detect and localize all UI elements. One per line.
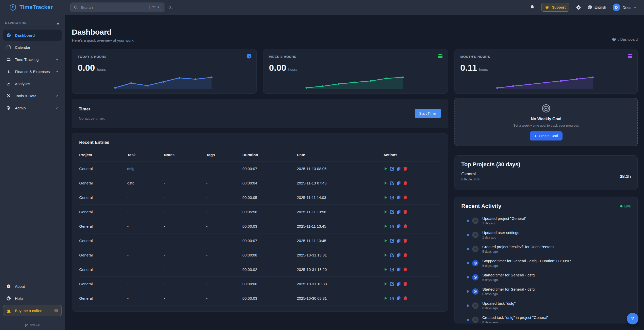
copy-entry-button[interactable] [397, 210, 401, 214]
search-box[interactable]: Ctrl+/ [70, 3, 164, 12]
row-actions [383, 239, 441, 243]
terminal-icon[interactable] [169, 5, 174, 10]
delete-entry-button[interactable] [403, 210, 407, 214]
sidebar-item-dashboard[interactable]: Dashboard [3, 30, 62, 41]
cell-task: dsfg [127, 181, 164, 185]
start-timer-button[interactable]: Start Timer [415, 109, 441, 118]
cell-notes: - [164, 267, 206, 272]
cell-project: General [79, 195, 127, 200]
delete-entry-button[interactable] [403, 181, 407, 185]
copy-entry-button[interactable] [397, 195, 401, 200]
sidebar-item-about[interactable]: i About [3, 281, 62, 292]
copy-entry-button[interactable] [397, 282, 401, 286]
cell-task: - [127, 253, 164, 257]
months-hours-sparkline [496, 74, 594, 90]
play-entry-button[interactable] [383, 267, 388, 272]
delete-entry-button[interactable] [403, 224, 407, 228]
sidebar-item-tools-data[interactable]: Tools & Data [3, 90, 62, 101]
delete-entry-button[interactable] [403, 167, 407, 171]
delete-entry-button[interactable] [403, 195, 407, 200]
activity-item: Created task "dsfg" in project "General"… [461, 313, 631, 323]
table-row: General - - - 00:00:03 2025-10-30 08:31 [79, 291, 441, 305]
delete-entry-button[interactable] [403, 239, 407, 243]
sidebar-item-help[interactable]: Help [3, 293, 62, 304]
cell-notes: - [164, 253, 206, 257]
play-entry-button[interactable] [383, 181, 388, 185]
language-selector[interactable]: English [588, 5, 606, 10]
user-menu[interactable]: D Dries [613, 4, 637, 11]
todays-hours-card: TODAY'S HOURS 0.00 hours [72, 49, 257, 94]
play-entry-button[interactable] [383, 210, 388, 214]
sidebar-item-time-tracking[interactable]: Time Tracking [3, 54, 62, 65]
play-entry-button[interactable] [383, 224, 388, 228]
cell-tags: - [206, 167, 242, 171]
cell-task: - [127, 224, 164, 228]
copy-entry-button[interactable] [397, 167, 401, 171]
copy-entry-button[interactable] [397, 224, 401, 228]
delete-entry-button[interactable] [403, 296, 407, 300]
help-button[interactable]: ? [627, 313, 638, 324]
sidebar-item-label: Admin [15, 106, 26, 110]
copy-entry-button[interactable] [397, 267, 401, 272]
edit-entry-button[interactable] [390, 296, 394, 300]
sidebar-item-calendar[interactable]: Calendar [3, 42, 62, 53]
project-hours: 38.1h [620, 174, 631, 179]
clock-icon [246, 53, 252, 59]
copy-entry-button[interactable] [397, 239, 401, 243]
sidebar-item-analytics[interactable]: Analytics [3, 78, 62, 89]
sidebar-item-label: Calendar [15, 45, 30, 50]
column-header: Task [127, 153, 164, 157]
activity-time: 5 days ago [482, 250, 554, 253]
cell-tags: - [206, 282, 242, 286]
settings-gear-icon[interactable] [576, 5, 581, 10]
sidebar-item-admin[interactable]: Admin [3, 102, 62, 113]
play-entry-button[interactable] [383, 167, 388, 171]
timeline-dot-icon [467, 276, 469, 278]
edit-entry-button[interactable] [390, 253, 394, 257]
edit-entry-button[interactable] [390, 167, 394, 171]
cell-project: General [79, 282, 127, 286]
copy-entry-button[interactable] [397, 296, 401, 300]
cell-tags: - [206, 239, 242, 243]
cell-project: General [79, 167, 127, 171]
sidebar-collapse-icon[interactable]: « [57, 21, 60, 26]
copy-entry-button[interactable] [397, 253, 401, 257]
edit-entry-button[interactable] [390, 239, 394, 243]
play-entry-button[interactable] [383, 282, 388, 286]
sidebar-item-finance-expenses[interactable]: $ Finance & Expenses [3, 66, 62, 77]
cell-task: - [127, 282, 164, 286]
edit-entry-button[interactable] [390, 282, 394, 286]
buy-me-a-coffee-button[interactable]: Buy me a coffee [3, 305, 62, 316]
edit-entry-button[interactable] [390, 195, 394, 200]
notifications-bell-icon[interactable] [530, 5, 535, 10]
search-input[interactable] [81, 5, 147, 10]
activity-time: 1 day ago [482, 222, 526, 225]
play-entry-button[interactable] [383, 195, 388, 200]
stat-label: MONTH'S HOURS [460, 55, 632, 59]
cell-date: 2025-10-31 13:31 [297, 253, 383, 257]
edit-entry-button[interactable] [390, 181, 394, 185]
table-row: General - - - 08:00:00 2025-10-31 10:38 [79, 277, 441, 291]
delete-entry-button[interactable] [403, 282, 407, 286]
create-goal-button[interactable]: + Create Goal [530, 131, 562, 140]
recent-entries-title: Recent Entries [79, 140, 441, 145]
edit-entry-button[interactable] [390, 210, 394, 214]
copy-entry-button[interactable] [397, 181, 401, 185]
play-entry-button[interactable] [383, 239, 388, 243]
delete-entry-button[interactable] [403, 267, 407, 272]
play-entry-button[interactable] [383, 253, 388, 257]
delete-entry-button[interactable] [403, 253, 407, 257]
app-logo[interactable]: TimeTracker [0, 4, 65, 11]
support-button[interactable]: Support [541, 3, 569, 12]
edit-entry-button[interactable] [390, 267, 394, 272]
table-row: General dsfg - - 00:00:04 2025-11-13 07:… [79, 176, 441, 190]
help-icon [6, 296, 11, 301]
edit-entry-button[interactable] [390, 224, 394, 228]
sidebar: NAVIGATION « Dashboard Calendar Time Tra… [0, 15, 65, 330]
briefcase-icon [6, 57, 11, 62]
cell-duration: 00:00:02 [242, 267, 297, 272]
cell-notes: - [164, 282, 206, 286]
play-entry-button[interactable] [383, 296, 388, 300]
weeks-hours-value: 0.00 [269, 63, 286, 73]
activity-text: Updated task "dsfg" [482, 301, 516, 305]
